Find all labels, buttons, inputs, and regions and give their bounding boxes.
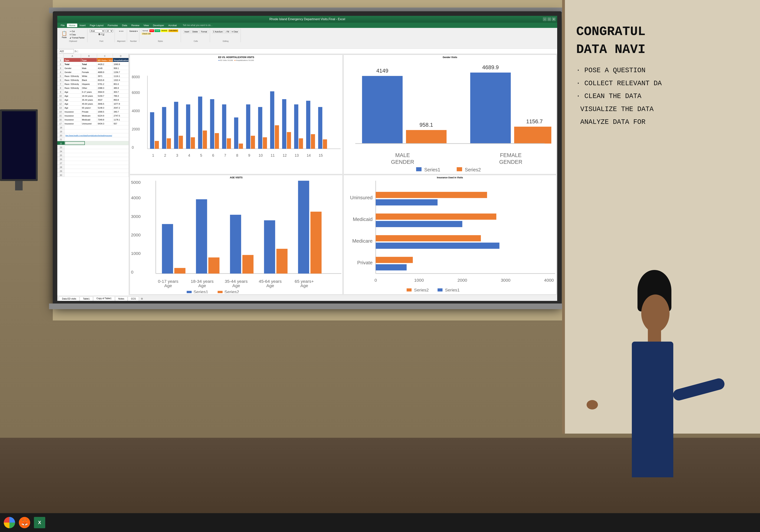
- menu-acrobat[interactable]: Acrobat: [166, 24, 179, 27]
- left-monitor-screen: [2, 111, 36, 179]
- svg-text:GENDER: GENDER: [499, 159, 522, 165]
- taskbar-firefox-icon[interactable]: 🦊: [19, 517, 30, 528]
- number-format-select[interactable]: General ▾: [129, 29, 137, 32]
- close-button[interactable]: ✕: [552, 17, 556, 21]
- formula-input[interactable]: [79, 49, 556, 53]
- insurance-chart-area: Uninsured Medicaid Medicare Private: [345, 180, 555, 293]
- minimize-button[interactable]: –: [543, 17, 546, 21]
- ed-hosp-chart-svg: 1 2 3 4 5 6 7 8 9 10 11: [132, 62, 341, 173]
- menu-insert[interactable]: Insert: [78, 24, 88, 27]
- svg-rect-86: [310, 212, 321, 273]
- menu-formulas[interactable]: Formulas: [106, 24, 120, 27]
- svg-text:Age: Age: [266, 283, 274, 288]
- svg-rect-99: [218, 291, 223, 293]
- menu-developer[interactable]: Developer: [151, 24, 166, 27]
- tell-me[interactable]: Tell me what you want to do...: [183, 24, 213, 26]
- style-check-cell[interactable]: Check Cell: [142, 33, 151, 35]
- col-header-a[interactable]: A: [64, 54, 81, 58]
- svg-text:Series2: Series2: [414, 287, 429, 292]
- taskbar-chrome-icon[interactable]: [4, 517, 15, 528]
- svg-rect-111: [376, 235, 481, 241]
- col-header-d[interactable]: D: [113, 54, 129, 58]
- menu-page-layout[interactable]: Page Layout: [88, 24, 105, 27]
- svg-rect-17: [239, 144, 243, 149]
- cell-d1[interactable]: Hospitalizations / 10,000: [113, 58, 129, 62]
- sheet-tab-table1[interactable]: Table1: [80, 297, 93, 301]
- svg-rect-18: [246, 104, 250, 149]
- table-row: 14 Insurance Private 1590.5 340.7: [57, 110, 129, 114]
- svg-rect-3: [155, 141, 159, 149]
- copy-button[interactable]: ⎘ Copy: [69, 33, 86, 36]
- font-size-select[interactable]: 10: [106, 29, 113, 32]
- fx-label: fx: [75, 50, 77, 53]
- cut-button[interactable]: ✂ Cut: [69, 30, 86, 33]
- ribbon-content: 📋 Paste ✂ Cut ⎘ Copy 🖌 Format Painter Cl…: [57, 28, 557, 43]
- cell-b1[interactable]: Type: [81, 58, 97, 62]
- delete-button[interactable]: Delete: [191, 30, 199, 33]
- url-cell[interactable]: http://www.health.ri.gov/data/hospitaliz…: [65, 133, 129, 137]
- cell-a1[interactable]: Type: [64, 58, 81, 62]
- table-row: 3 Gender Male 4149 958.1: [57, 66, 129, 70]
- paste-button[interactable]: 📋 Paste: [60, 30, 68, 39]
- svg-rect-107: [376, 192, 487, 198]
- format-painter-button[interactable]: 🖌 Format Painter: [69, 36, 86, 39]
- svg-text:1000: 1000: [414, 278, 424, 283]
- style-neutral[interactable]: Neutral: [161, 29, 168, 32]
- sheet-tab-data-ed[interactable]: Data ED visits: [59, 297, 79, 301]
- monitor-stand: [15, 181, 23, 190]
- sheet-tab-ccs[interactable]: CCS: [128, 297, 139, 301]
- style-good[interactable]: Good: [155, 29, 160, 32]
- cell-c1[interactable]: ED Visits / 10,000: [97, 58, 113, 62]
- style-calculation[interactable]: Calculation: [168, 29, 178, 32]
- ed-hosp-chart-legend: ■ ED Visits /10,000 ■ Hospitalizations /…: [131, 59, 341, 61]
- name-box[interactable]: [59, 49, 74, 53]
- menu-file[interactable]: File: [59, 24, 67, 27]
- age-chart-title: AGE VISITS: [131, 176, 341, 179]
- italic-button[interactable]: I: [101, 33, 102, 36]
- selected-cell[interactable]: [65, 141, 85, 145]
- fill-button[interactable]: ↓ Fill: [224, 30, 230, 33]
- svg-text:0: 0: [374, 278, 377, 283]
- excel-title-bar: Rhode Island Emergency Department Visits…: [57, 16, 557, 23]
- editing-label: Editing: [223, 40, 229, 42]
- svg-text:Age: Age: [198, 283, 206, 288]
- underline-button[interactable]: U: [103, 33, 104, 36]
- sheet-tab-notes[interactable]: Notes: [115, 297, 127, 301]
- col-header-b[interactable]: B: [81, 54, 97, 58]
- sheet-tab-copy-table1[interactable]: Copy of Table1: [93, 296, 115, 301]
- svg-rect-7: [179, 136, 183, 149]
- add-sheet-button[interactable]: ⊕: [139, 296, 145, 301]
- svg-text:MALE: MALE: [395, 152, 410, 158]
- font-family-select[interactable]: Arial: [90, 29, 105, 32]
- svg-text:Medicare: Medicare: [352, 238, 373, 244]
- svg-rect-67: [457, 167, 462, 171]
- bold-button[interactable]: B: [99, 33, 100, 36]
- svg-text:13: 13: [295, 153, 299, 157]
- svg-text:4000: 4000: [544, 278, 554, 283]
- svg-rect-85: [298, 181, 309, 273]
- whiteboard-heading2: DATA NAVI: [576, 40, 662, 59]
- menu-data[interactable]: Data: [120, 24, 129, 27]
- ribbon-clipboard-buttons: 📋 Paste ✂ Cut ⎘ Copy 🖌 Format Painter: [60, 29, 86, 40]
- spreadsheet-panel: A B C D 1 Type Type ED Visits / 10,000 H…: [57, 54, 129, 295]
- svg-rect-122: [438, 288, 442, 291]
- ed-vs-hosp-chart: ED VS. HOSPITALIZATION VISITS ■ ED Visit…: [130, 55, 343, 174]
- whiteboard-bullet-4: VISUALIZE THE DATA: [576, 103, 662, 116]
- maximize-button[interactable]: □: [547, 17, 551, 21]
- taskbar-excel-icon[interactable]: X: [34, 517, 45, 528]
- window-controls[interactable]: – □ ✕: [543, 17, 556, 21]
- insurance-chart: Insurance Used in Visits Uninsured Medic…: [344, 175, 556, 294]
- table-row: 5 Race / Ethnicity White 3971 1116.1: [57, 74, 129, 78]
- insert-button[interactable]: Insert: [183, 30, 191, 33]
- col-header-c[interactable]: C: [97, 54, 113, 58]
- format-button[interactable]: Format: [200, 30, 209, 33]
- menu-review[interactable]: Review: [129, 24, 141, 27]
- autosum-button[interactable]: Σ AutoSum: [212, 30, 223, 33]
- menu-view[interactable]: View: [142, 24, 151, 27]
- table-row: 13 Age 65 years+ 5148.3 2547.2: [57, 106, 129, 110]
- clear-button[interactable]: ✕ Clear: [230, 30, 239, 33]
- excel-window: Rhode Island Emergency Department Visits…: [57, 16, 557, 301]
- style-normal[interactable]: Normal: [142, 29, 149, 32]
- menu-home[interactable]: Home: [67, 24, 77, 27]
- style-bad[interactable]: Bad: [150, 29, 154, 32]
